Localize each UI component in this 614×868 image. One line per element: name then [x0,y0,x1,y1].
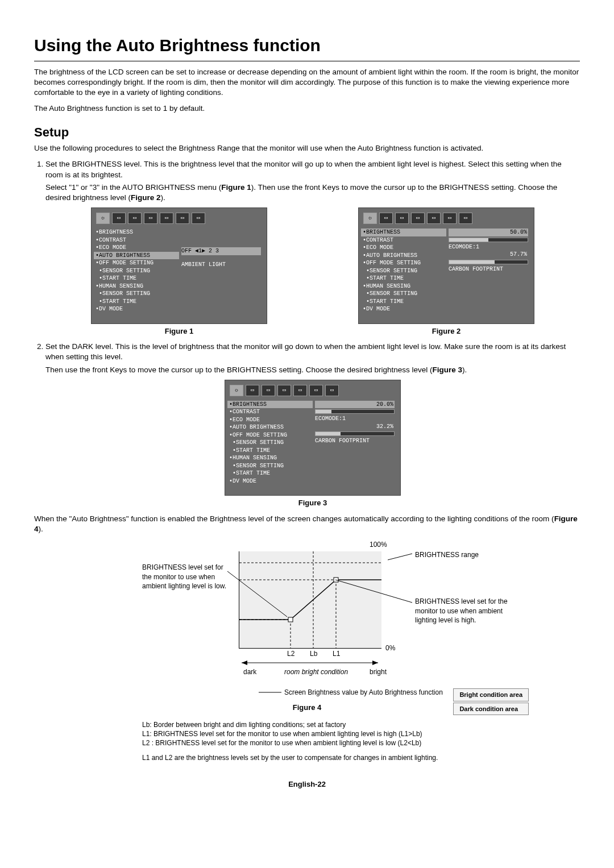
svg-rect-7 [334,578,338,582]
osd-tab-icon: ▭ [379,213,393,224]
osd-tab-icon: ▭ [144,213,157,224]
figure-1: ☼ ▭ ▭ ▭ ▭ ▭ ▭ •BRIGHTNESS •CONTRAST •ECO… [91,207,267,336]
osd-ambient-label: AMBIENT LIGHT [181,261,261,269]
legend-line: Screen Brightness value by Auto Brightne… [284,688,443,697]
ecomode-label: ECOMODE:1 [449,243,528,251]
osd-menu-list: •BRIGHTNESS •CONTRAST •ECO MODE •AUTO BR… [361,229,446,313]
osd-selected-row: •BRIGHTNESS [361,229,446,236]
osd-tab-icon: ▭ [192,213,205,224]
note-lb: Lb: Border between bright and dim lighti… [142,720,472,729]
figure-2: ☼ ▭ ▭ ▭ ▭ ▭ ▭ •BRIGHTNESS •CONTRAST •ECO… [358,207,534,336]
osd-tab-icon: ▭ [262,385,275,396]
osd-selected-row: •BRIGHTNESS [227,401,313,409]
carbon-footprint-label: CARBON FOOTPRINT [315,437,395,445]
osd-tab-icon: ▭ [176,213,189,224]
page-title: Using the Auto Brightness function [34,34,580,57]
note-summary: L1 and L2 are the brightness levels set … [142,753,472,762]
step-1: Set the BRIGHTNESS level. This is the br… [45,159,580,336]
step-2-text-a: Set the DARK level. This is the level of… [45,342,566,361]
intro-paragraph-2: The Auto Brightness function is set to 1… [34,103,580,114]
intro-paragraph-1: The brightness of the LCD screen can be … [34,67,580,98]
brightness-value: 20.0% [376,401,393,409]
label-range: BRIGHTNESS range [415,550,479,559]
legend-bright-area: Bright condition area [453,688,529,701]
note-l1: L1: BRIGHTNESS level set for the monitor… [142,729,472,738]
osd-tab-icon: ▭ [246,385,259,396]
figure-4-notes: Lb: Border between bright and dim lighti… [142,720,472,763]
label-lb: Lb [310,649,317,658]
step-1-text-a: Set the BRIGHTNESS level. This is the br… [45,160,562,178]
step-2-text-b: Then use the front Keys to move the curs… [45,365,580,375]
figure-4: 100% 0% L2 Lb L1 dark room bright condit… [108,540,506,699]
step-1-text-b: Select "1" or "3" in the AUTO BRIGHTNESS… [45,182,580,203]
label-l1: L1 [333,649,340,658]
brightness-value: 50.0% [510,229,527,236]
osd-tab-icon: ▭ [427,213,441,224]
label-100pct: 100% [370,540,387,549]
post-figures-paragraph: When the "Auto Brightness" function is e… [34,514,580,534]
figure-4-caption: Figure 4 [293,703,322,712]
osd-menu-list: •BRIGHTNESS •CONTRAST •ECO MODE •AUTO BR… [227,401,313,485]
carbon-value: 32.2% [376,423,393,431]
osd-tab-icon: ▭ [112,213,126,224]
legend-dark-area: Dark condition area [453,703,529,716]
osd-tab-icon: ▭ [443,213,457,224]
figure-3: ☼ ▭ ▭ ▭ ▭ ▭ ▭ •BRIGHTNESS •CONTRAST •ECO… [225,380,401,508]
brightness-icon: ☼ [363,213,377,224]
carbon-footprint-label: CARBON FOOTPRINT [449,265,528,273]
label-low-level: BRIGHTNESS level set for the monitor to … [142,563,227,591]
osd-tab-row: ☼ ▭ ▭ ▭ ▭ ▭ ▭ [94,210,264,229]
svg-rect-6 [288,617,293,622]
osd-tab-icon: ▭ [309,385,323,396]
osd-options-row: OFF ◄1► 2 3 [181,247,261,255]
label-dark: dark [243,667,256,676]
carbon-value: 57.7% [510,251,527,259]
osd-tab-icon: ▭ [459,213,472,224]
svg-marker-14 [242,661,247,665]
osd-tab-icon: ▭ [128,213,142,224]
note-l2: L2 : BRIGHTNESS level set for the monito… [142,738,472,747]
osd-menu-list: •BRIGHTNESS •CONTRAST •ECO MODE •AUTO BR… [94,229,179,313]
osd-tab-icon: ▭ [395,213,409,224]
osd-right-panel: 50.0% ECOMODE:1 57.7% CARBON FOOTPRINT [446,229,528,313]
osd-tab-icon: ▭ [293,385,307,396]
brightness-graph [239,551,381,649]
ecomode-label: ECOMODE:1 [315,415,395,423]
label-room-condition: room bright condition [284,667,348,676]
osd-tab-icon: ▭ [325,385,339,396]
step-2: Set the DARK level. This is the level of… [45,342,580,508]
figure-4-legend: Bright condition area Dark condition are… [453,687,529,717]
svg-marker-15 [372,661,378,665]
brightness-icon: ☼ [230,385,243,396]
label-l2: L2 [287,649,294,658]
brightness-icon: ☼ [96,213,110,224]
label-bright: bright [370,667,387,676]
osd-selected-row: •AUTO BRIGHTNESS [94,252,179,260]
osd-tab-icon: ▭ [160,213,173,224]
setup-heading: Setup [34,124,580,141]
osd-right-panel: OFF ◄1► 2 3 AMBIENT LIGHT [179,229,261,313]
figure-1-caption: Figure 1 [165,326,194,337]
title-underline [34,61,580,61]
osd-right-panel: 20.0% ECOMODE:1 32.2% CARBON FOOTPRINT [313,401,395,485]
osd-tab-icon: ▭ [411,213,425,224]
page-footer: English-22 [34,779,580,790]
label-high-level: BRIGHTNESS level set for the monitor to … [415,597,512,625]
figure-3-caption: Figure 3 [298,498,327,508]
figure-2-caption: Figure 2 [432,326,461,337]
setup-steps: Set the BRIGHTNESS level. This is the br… [34,159,580,508]
svg-line-11 [388,554,412,560]
setup-lead: Use the following procedures to select t… [34,143,580,153]
label-0pct: 0% [385,643,395,653]
osd-tab-icon: ▭ [277,385,291,396]
